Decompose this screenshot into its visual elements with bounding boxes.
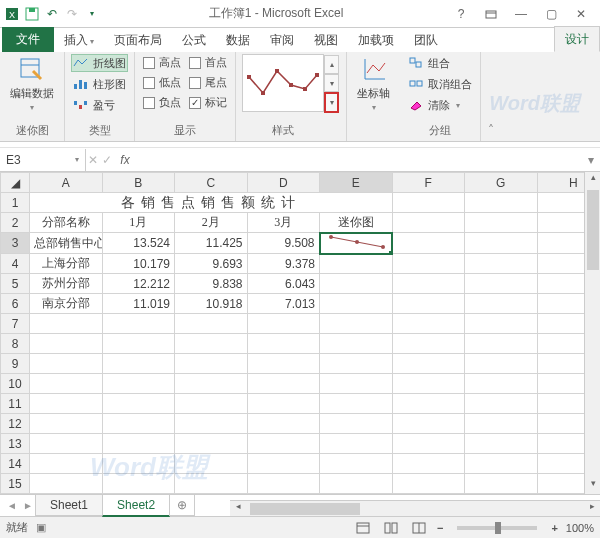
cell[interactable] (392, 354, 465, 374)
cell[interactable] (102, 334, 175, 354)
tab-insert[interactable]: 插入▾ (54, 28, 104, 52)
cell[interactable]: 9.378 (247, 254, 320, 274)
row-header[interactable]: 1 (1, 193, 30, 213)
tab-data[interactable]: 数据 (216, 28, 260, 52)
cell[interactable] (320, 434, 393, 454)
cell[interactable] (320, 294, 393, 314)
cell[interactable] (392, 314, 465, 334)
cell[interactable] (465, 213, 538, 233)
cell[interactable] (247, 454, 320, 474)
tab-review[interactable]: 审阅 (260, 28, 304, 52)
cell[interactable]: 9.508 (247, 233, 320, 254)
cell[interactable] (175, 314, 248, 334)
zoom-knob[interactable] (495, 522, 501, 534)
cell[interactable] (392, 434, 465, 454)
cell[interactable]: 1月 (102, 213, 175, 233)
row-header[interactable]: 11 (1, 394, 30, 414)
worksheet-grid[interactable]: ◢ABCDEFGH1各销售点销售额统计2分部名称1月2月3月迷你图3总部销售中心… (0, 172, 600, 494)
cell[interactable] (465, 314, 538, 334)
cell[interactable]: 6.043 (247, 274, 320, 294)
col-header[interactable]: D (247, 173, 320, 193)
cell[interactable] (175, 414, 248, 434)
cell[interactable] (30, 334, 103, 354)
cell[interactable] (465, 474, 538, 494)
type-winloss-button[interactable]: 盈亏 (71, 96, 128, 114)
cell[interactable] (465, 254, 538, 274)
cell[interactable]: 苏州分部 (30, 274, 103, 294)
cell[interactable] (30, 454, 103, 474)
cell[interactable] (465, 414, 538, 434)
chevron-down-icon[interactable]: ▾ (75, 155, 79, 164)
gallery-down-icon[interactable]: ▾ (324, 74, 339, 93)
row-header[interactable]: 14 (1, 454, 30, 474)
cell[interactable] (392, 233, 465, 254)
redo-icon[interactable]: ↷ (64, 6, 80, 22)
ungroup-button[interactable]: 取消组合 (406, 75, 474, 93)
check-neg[interactable]: 负点 (141, 94, 183, 111)
cell[interactable] (30, 374, 103, 394)
cell[interactable] (102, 454, 175, 474)
col-header[interactable]: G (465, 173, 538, 193)
cell[interactable] (247, 414, 320, 434)
cell[interactable] (320, 334, 393, 354)
minimize-icon[interactable]: — (508, 5, 534, 23)
row-header[interactable]: 5 (1, 274, 30, 294)
select-all-corner[interactable]: ◢ (1, 173, 30, 193)
save-icon[interactable] (24, 6, 40, 22)
qat-dropdown-icon[interactable]: ▾ (84, 6, 100, 22)
close-icon[interactable]: ✕ (568, 5, 594, 23)
nav-prev-icon[interactable]: ◄ (7, 500, 17, 511)
cell[interactable] (102, 394, 175, 414)
cell[interactable]: 南京分部 (30, 294, 103, 314)
cell[interactable] (247, 374, 320, 394)
cell[interactable]: 2月 (175, 213, 248, 233)
scroll-down-icon[interactable]: ▾ (585, 478, 600, 494)
tab-team[interactable]: 团队 (404, 28, 448, 52)
cell[interactable]: 9.838 (175, 274, 248, 294)
cell[interactable] (465, 334, 538, 354)
cell[interactable] (465, 454, 538, 474)
nav-next-icon[interactable]: ► (23, 500, 33, 511)
undo-icon[interactable]: ↶ (44, 6, 60, 22)
cell[interactable] (102, 414, 175, 434)
type-column-button[interactable]: 柱形图 (71, 75, 128, 93)
view-layout-icon[interactable] (381, 520, 401, 536)
edit-data-button[interactable]: 编辑数据 ▾ (6, 54, 58, 114)
row-header[interactable]: 9 (1, 354, 30, 374)
cell[interactable] (30, 354, 103, 374)
row-header[interactable]: 4 (1, 254, 30, 274)
cell[interactable]: 迷你图 (320, 213, 393, 233)
cell[interactable] (320, 274, 393, 294)
row-header[interactable]: 12 (1, 414, 30, 434)
axis-button[interactable]: 坐标轴 ▾ (353, 54, 394, 114)
cell[interactable] (392, 274, 465, 294)
check-high[interactable]: 高点 (141, 54, 183, 71)
check-markers[interactable]: 标记 (187, 94, 229, 111)
expand-formula-icon[interactable]: ▾ (582, 153, 600, 167)
cell[interactable] (320, 474, 393, 494)
scroll-right-icon[interactable]: ▸ (584, 501, 600, 517)
cell[interactable] (247, 314, 320, 334)
cell[interactable] (175, 354, 248, 374)
cell[interactable] (175, 454, 248, 474)
cell[interactable] (320, 254, 393, 274)
sheet-tab-2[interactable]: Sheet2 (102, 495, 170, 517)
cell[interactable] (392, 454, 465, 474)
gallery-up-icon[interactable]: ▴ (324, 55, 339, 74)
cell[interactable] (30, 394, 103, 414)
cell[interactable] (175, 374, 248, 394)
scroll-up-icon[interactable]: ▴ (585, 172, 600, 188)
view-normal-icon[interactable] (353, 520, 373, 536)
macro-record-icon[interactable]: ▣ (36, 521, 46, 534)
cell[interactable] (247, 474, 320, 494)
cell[interactable] (392, 213, 465, 233)
cell[interactable] (392, 254, 465, 274)
help-icon[interactable]: ? (448, 5, 474, 23)
cell[interactable] (175, 334, 248, 354)
tab-layout[interactable]: 页面布局 (104, 28, 172, 52)
cell[interactable]: 9.693 (175, 254, 248, 274)
cell[interactable] (465, 394, 538, 414)
check-last[interactable]: 尾点 (187, 74, 229, 91)
cell[interactable] (392, 374, 465, 394)
tab-file[interactable]: 文件 (2, 27, 54, 52)
